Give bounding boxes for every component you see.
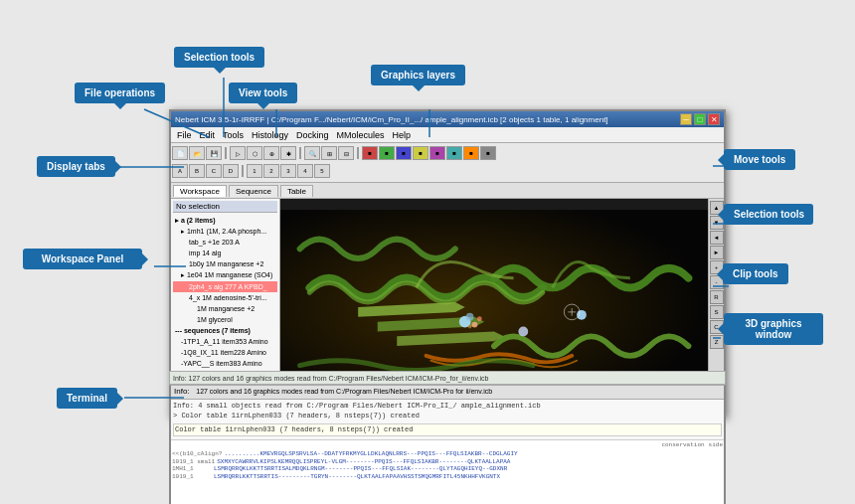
tree-item-mn2[interactable]: 1M manganese +2 xyxy=(173,303,277,314)
tree-item-1b0y[interactable]: 1b0y 1M manganese +2 xyxy=(173,258,277,269)
callout-file-operations: File operations xyxy=(75,83,165,103)
seq-data-4: LSMRQRRLKKTTSRRTIS---------TGRYN--------… xyxy=(214,473,500,481)
rt-btn-8[interactable]: S xyxy=(710,305,724,319)
tab-workspace[interactable]: Workspace xyxy=(173,185,227,197)
seq-data-2: SXMXYCAWRRVLKIPSLKEMRQQLISPREYL-VLGM----… xyxy=(217,458,510,466)
tb-sep-3 xyxy=(357,147,359,159)
tb-layer2[interactable]: ■ xyxy=(379,146,395,160)
rt-btn-4[interactable]: ► xyxy=(710,246,724,259)
tb-r6[interactable]: 2 xyxy=(263,164,279,178)
tree-item-2ph4[interactable]: 2ph4_s alg 277 A KPBD_ xyxy=(173,281,277,292)
tab-table[interactable]: Table xyxy=(280,185,313,197)
tb-save[interactable]: 💾 xyxy=(206,146,222,160)
tb-layer7[interactable]: ■ xyxy=(463,146,479,160)
tb-layer5[interactable]: ■ xyxy=(429,146,445,160)
tb-r9[interactable]: 5 xyxy=(314,164,330,178)
seq-label-4: 1019_1 xyxy=(172,473,212,481)
seq-label-1: <<(b10_cAlign? xyxy=(172,450,222,458)
tb-select1[interactable]: ▷ xyxy=(230,146,246,160)
tree-1q8[interactable]: -1Q8_IX_11 item228 Amino xyxy=(173,347,277,358)
menu-help[interactable]: Help xyxy=(389,129,416,141)
tb-view3[interactable]: ⊟ xyxy=(338,146,354,160)
seq-data-1: ..........KMEVRGQLSPSRVLSA--DDATYFRKMYGL… xyxy=(224,450,517,458)
tb-r1[interactable]: A xyxy=(172,164,188,178)
terminal-log: Info: 4 small objects read from C:/Progr… xyxy=(171,400,724,439)
terminal-area: Info: 127 colors and 16 graphics modes r… xyxy=(169,385,726,504)
svg-point-15 xyxy=(518,327,528,337)
callout-graphics-layers: Graphics layers xyxy=(371,65,465,85)
terminal-input[interactable]: Color table 1irnLphen033 (7 headers, 8 n… xyxy=(173,423,722,437)
status-bar: Info: 127 colors and 16 graphics modes r… xyxy=(169,371,726,385)
tree-item-1mh1[interactable]: ▸ 1mh1 (1M, 2.4A phosph... xyxy=(173,226,277,237)
callout-selection-tools-right: Selection tools xyxy=(724,204,813,225)
tree-item-tab[interactable]: tab_s +1e 203 A xyxy=(173,237,277,248)
tb-select4[interactable]: ✱ xyxy=(280,146,296,160)
tb-r3[interactable]: C xyxy=(206,164,222,178)
menu-file[interactable]: File xyxy=(173,129,196,141)
svg-point-19 xyxy=(468,325,472,329)
tree-item-a[interactable]: ▸ a (2 items) xyxy=(173,215,277,226)
tb-sep-2 xyxy=(299,147,301,159)
tb-layer1[interactable]: ■ xyxy=(362,146,378,160)
tb-layer3[interactable]: ■ xyxy=(396,146,412,160)
tb-view1[interactable]: 🔍 xyxy=(304,146,320,160)
callout-workspace-panel: Workspace Panel xyxy=(23,249,142,269)
close-button[interactable]: ✕ xyxy=(708,113,720,125)
display-tabs-bar: Workspace Sequence Table xyxy=(171,183,724,199)
tree-item-imp[interactable]: imp 14 alg xyxy=(173,248,277,258)
terminal-line-2: > Color table 1irnLphen033 (7 headers, 8… xyxy=(173,412,722,421)
tree-item-glycerol[interactable]: 1M glycerol xyxy=(173,314,277,325)
callout-selection-tools-top: Selection tools xyxy=(174,47,264,68)
menu-mmolecules[interactable]: MMolecules xyxy=(333,129,389,141)
svg-point-18 xyxy=(477,316,482,321)
tree-yapc[interactable]: -YAPC__S item383 Amino xyxy=(173,358,277,369)
tb-r7[interactable]: 3 xyxy=(280,164,296,178)
terminal-header: Info: 127 colors and 16 graphics modes r… xyxy=(171,386,724,400)
tree-item-4x[interactable]: 4_x 1M adenosine-5'-tri... xyxy=(173,292,277,303)
menu-histology[interactable]: Histology xyxy=(248,129,292,141)
window-title: Nebert ICM 3.5-1r-IRRFF | C:/Program F..… xyxy=(175,115,608,124)
tb-r2[interactable]: B xyxy=(189,164,205,178)
svg-point-16 xyxy=(577,310,587,320)
callout-move-tools: Move tools xyxy=(724,149,795,170)
tb-open[interactable]: 📂 xyxy=(189,146,205,160)
seq-row-3: 1MH1_1 LSMRQRRQKLKKTTSRRTISALMDQKLRNGM--… xyxy=(172,465,723,473)
seq-row-4: 1019_1 LSMRQRRLKKTTSRRTIS---------TGRYN-… xyxy=(172,473,723,481)
rt-btn-3[interactable]: ◄ xyxy=(710,231,724,245)
sequence-alignment-area: conservation side <<(b10_cAlign? .......… xyxy=(171,439,724,504)
tb-layer8[interactable]: ■ xyxy=(480,146,496,160)
tb-select3[interactable]: ⊕ xyxy=(263,146,279,160)
tb-layer6[interactable]: ■ xyxy=(446,146,462,160)
seq-label-3: 1MH1_1 xyxy=(172,465,212,473)
menu-tools[interactable]: Tools xyxy=(219,129,248,141)
tb-new[interactable]: 📄 xyxy=(172,146,188,160)
seq-header-conservation: conservation xyxy=(661,441,704,449)
tb-r4[interactable]: D xyxy=(223,164,239,178)
tab-sequence[interactable]: Sequence xyxy=(229,185,278,197)
workspace-panel-header: No selection xyxy=(173,201,277,213)
menu-edit[interactable]: Edit xyxy=(196,129,220,141)
tree-item-1e04[interactable]: ▸ 1e04 1M manganese (SO4) xyxy=(173,269,277,280)
terminal-line-1: Info: 4 small objects read from C:/Progr… xyxy=(173,402,722,412)
callout-3d-graphics: 3D graphics window xyxy=(724,313,823,345)
toolbar-row-2: A B C D 1 2 3 4 5 xyxy=(172,162,723,180)
tb-r8[interactable]: 4 xyxy=(297,164,313,178)
toolbar-area: 📄 📂 💾 ▷ ⬡ ⊕ ✱ 🔍 ⊞ ⊟ ■ ■ ■ ■ ■ ■ ■ ■ xyxy=(171,143,724,183)
tb-select2[interactable]: ⬡ xyxy=(247,146,262,160)
rt-btn-7[interactable]: R xyxy=(710,290,724,304)
rt-btn-10[interactable]: Z xyxy=(710,335,724,349)
callout-terminal: Terminal xyxy=(57,388,117,409)
tb-view2[interactable]: ⊞ xyxy=(321,146,337,160)
maximize-button[interactable]: □ xyxy=(694,113,706,125)
toolbar-row-1: 📄 📂 💾 ▷ ⬡ ⊕ ✱ 🔍 ⊞ ⊟ ■ ■ ■ ■ ■ ■ ■ ■ xyxy=(172,144,723,162)
tb-r5[interactable]: 1 xyxy=(247,164,262,178)
tb-layer4[interactable]: ■ xyxy=(413,146,428,160)
minimize-button[interactable]: ─ xyxy=(680,113,692,125)
callout-display-tabs: Display tabs xyxy=(37,156,115,177)
tb-sep-r1 xyxy=(242,165,244,177)
window-titlebar: Nebert ICM 3.5-1r-IRRFF | C:/Program F..… xyxy=(171,111,724,127)
tree-sequences[interactable]: --- sequences (7 items) xyxy=(173,325,277,336)
tree-1tp1[interactable]: -1TP1_A_11 item353 Amino xyxy=(173,336,277,347)
seq-label-2: 1019_1 smal1 xyxy=(172,458,215,466)
menu-docking[interactable]: Docking xyxy=(292,129,333,141)
